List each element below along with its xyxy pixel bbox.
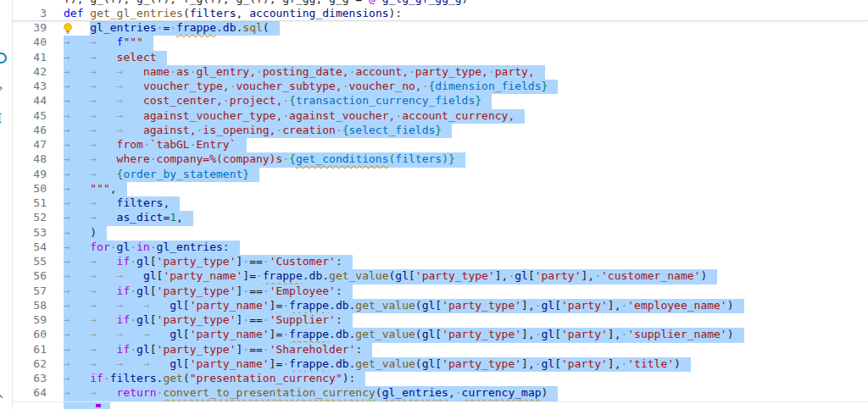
line-number[interactable]: 39 [13,21,64,36]
code-line-row[interactable]: 55→→if·gl['party_type']·==·'Customer': [13,255,868,269]
tab-arrow: → [64,80,90,92]
line-number[interactable]: 57 [13,285,64,299]
tab-arrow: → [90,138,116,151]
code-line-row[interactable]: 41→→select [13,51,868,65]
code-line-row[interactable]: 56→→→gl['party_name']=·frappe.db.get_val… [13,269,868,284]
code-line[interactable]: →→as_dict=1, [64,211,868,225]
code-line-row[interactable]: 46→→→against,·is_opening,·creation·{sele… [13,124,868,138]
code-line-row[interactable]: 48→→where·company=%(company)s·{get_condi… [13,152,868,167]
sticky-scroll-header[interactable]: 3def get_gl_entries(filters, accounting_… [13,7,868,21]
line-number[interactable]: 58 [13,299,64,313]
code-token: 'title' [627,357,674,370]
code-line-row[interactable]: 45→→→against_voucher_type,·against_vouch… [13,109,868,124]
code-line-row[interactable]: 54→for·gl·in·gl_entries: [13,240,868,255]
code-line-row[interactable]: 49→→{order_by_statement} [13,168,868,182]
line-number[interactable]: 51 [13,196,64,211]
line-number[interactable]: 52 [13,211,64,225]
line-number[interactable]: 50 [13,182,64,196]
line-number[interactable]: 61 [13,343,64,357]
line-number[interactable]: 44 [13,94,64,108]
line-number[interactable]: 40 [13,36,64,50]
code-line-row[interactable]: 40→→f""" [13,36,868,50]
tab-arrow: → [90,285,116,297]
code-line-row[interactable]: 44→→→cost_center,·project,·{transaction_… [13,94,868,108]
code-line[interactable]: →→from·`tabGL·Entry` [64,138,868,152]
code-line[interactable]: →→→→gl['party_name']=·frappe.db.get_valu… [64,328,868,342]
lightbulb-icon[interactable] [62,22,74,35]
code-line-row[interactable]: 53→) [13,226,868,240]
line-number[interactable]: 46 [13,124,64,138]
line-number[interactable]: 62 [13,357,64,372]
code-line-row[interactable]: 58→→→→gl['party_name']=·frappe.db.get_va… [13,299,868,313]
code-token: 'party_type' [442,328,521,340]
line-number[interactable]: 59 [13,313,64,328]
code-line-row[interactable]: 43→→→voucher_type,·voucher_subtype,·vouc… [13,80,868,94]
line-number[interactable]: 55 [13,255,64,269]
sticky-code-line[interactable]: def get_gl_entries(filters, accounting_d… [64,7,868,20]
code-line[interactable]: →→→against_voucher_type,·against_voucher… [64,109,868,124]
code-line-row[interactable]: 50→""", [13,182,868,196]
code-line[interactable]: gl_entries·=·frappe.db.sql( [64,21,868,36]
line-number[interactable]: 60 [13,328,64,342]
code-line-row[interactable]: 61→→if·gl['party_type']·==·'Shareholder'… [13,343,868,357]
code-line[interactable]: →→→voucher_type,·voucher_subtype,·vouche… [64,80,868,94]
code-line[interactable]: →→select [64,51,868,65]
code-line[interactable]: →→if·gl['party_type']·==·'Employee': [64,285,868,299]
code-token: [ [183,299,190,312]
code-token: [ [435,299,442,312]
clipped-circle-badge-icon[interactable] [0,53,7,64]
line-number[interactable]: 47 [13,138,64,152]
clipped-chevron-icon[interactable]: › [0,81,4,94]
line-number[interactable]: 43 [13,80,64,94]
line-number[interactable]: 41 [13,51,64,65]
code-token: def [64,7,90,19]
code-line[interactable]: →→where·company=%(company)s·{get_conditi… [64,152,868,167]
code-line-row[interactable]: 52→→as_dict=1, [13,211,868,225]
code-line-row[interactable]: 60→→→→gl['party_name']=·frappe.db.get_va… [13,328,868,342]
code-line-row[interactable]: 42→→→name·as·gl_entry,·posting_date,·acc… [13,65,868,80]
code-line[interactable]: →→→cost_center,·project,·{transaction_cu… [64,94,868,108]
code-token: ] [608,328,615,340]
line-number[interactable]: 64 [13,386,64,401]
line-number[interactable]: 49 [13,168,64,182]
line-number[interactable]: 56 [13,269,64,284]
clipped-bracket-icon[interactable]: [ [0,112,3,124]
code-line[interactable]: →→{order_by_statement} [64,168,868,182]
code-line-row[interactable]: 39gl_entries·=·frappe.db.sql( [13,21,868,36]
code-line-row[interactable]: 51→→filters, [13,196,868,211]
code-line[interactable]: →→→→gl['party_name']=·frappe.db.get_valu… [64,357,868,372]
code-token: , [176,211,183,224]
code-line[interactable]: →→filters, [64,196,868,211]
line-number[interactable]: 42 [13,65,64,80]
code-line[interactable]: →→if·gl['party_type']·==·'Shareholder': [64,343,868,357]
code-line[interactable]: →→if·gl['party_type']·==·'Supplier': [64,313,868,328]
tab-arrow: → [90,211,116,224]
code-token: db [336,328,349,340]
code-line-row[interactable]: 59→→if·gl['party_type']·==·'Supplier': [13,313,868,328]
code-line[interactable]: →""", [64,182,868,196]
code-line[interactable]: →if·filters.get("presentation_currency")… [64,372,868,386]
code-line[interactable]: →for·gl·in·gl_entries: [64,240,868,255]
code-line[interactable]: →) [64,226,868,240]
line-number[interactable]: 54 [13,240,64,255]
line-number[interactable]: 3 [13,7,64,20]
code-line-row[interactable]: 64→→return·convert_to_presentation_curre… [13,386,868,401]
code-line[interactable]: →→return·convert_to_presentation_currenc… [64,386,868,401]
code-line[interactable]: →→→→gl['party_name']=·frappe.db.get_valu… [64,299,868,313]
code-token: ,· [528,299,542,312]
code-line-row[interactable]: 62→→→→gl['party_name']=·frappe.db.get_va… [13,357,868,372]
code-line-row[interactable]: 63→if·filters.get("presentation_currency… [13,372,868,386]
code-line[interactable]: →→→gl['party_name']=·frappe.db.get_value… [64,269,868,284]
line-number[interactable]: 45 [13,109,64,124]
line-number[interactable]: 53 [13,226,64,240]
code-line-row[interactable]: 47→→from·`tabGL·Entry` [13,138,868,152]
code-line[interactable]: →→f""" [64,36,868,50]
code-line-row[interactable]: 57→→if·gl['party_type']·==·'Employee': [13,285,868,299]
line-number[interactable]: 48 [13,152,64,167]
clipped-caret-icon[interactable]: ^ [0,393,3,406]
code-line[interactable]: →→if·gl['party_type']·==·'Customer': [64,255,868,269]
code-token: accounting_dimensions [249,7,388,19]
line-number[interactable]: 63 [13,372,64,386]
code-line[interactable]: →→→against,·is_opening,·creation·{select… [64,124,868,138]
code-line[interactable]: →→→name·as·gl_entry,·posting_date,·accou… [64,65,868,80]
